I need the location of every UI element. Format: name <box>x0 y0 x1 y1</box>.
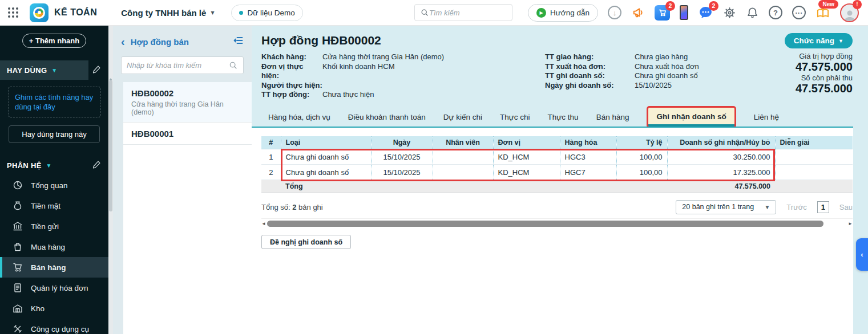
chat-badge: 2 <box>709 1 718 11</box>
contract-list-panel: ‹ Hợp đồng bán HĐB00002Cửa hàng thời tra… <box>113 26 252 334</box>
total-amount: 47.575.000 <box>667 180 775 193</box>
info-value: Khối kinh doanh HCM <box>322 62 394 81</box>
total-cell: Tổng <box>281 180 371 193</box>
sidebar-item-purchase[interactable]: Mua hàng <box>0 237 108 257</box>
column-header: Ngày <box>371 136 433 149</box>
table-row[interactable]: 1Chưa ghi doanh số15/10/2025KD_HCMHGC310… <box>261 149 853 165</box>
column-header: Nhân viên <box>433 136 493 149</box>
sales-icon <box>12 262 23 273</box>
cell: 100,00 <box>616 149 667 165</box>
chat-icon[interactable]: 2 <box>698 5 713 21</box>
cell <box>433 149 493 165</box>
tab-0[interactable]: Hàng hóa, dịch vụ <box>268 108 330 127</box>
scroll-track[interactable] <box>267 221 847 227</box>
app-grid-icon[interactable] <box>8 7 18 18</box>
notifications-bell-icon[interactable] <box>746 6 759 19</box>
purchase-icon <box>12 241 23 252</box>
column-header: Đơn vị <box>493 136 560 149</box>
mobile-app-icon[interactable] <box>680 5 688 20</box>
contract-info-right: TT giao hàng:Chưa giao hàngTT xuất hóa đ… <box>545 52 699 100</box>
favorite-page-button[interactable]: Hay dùng trang này <box>9 125 100 143</box>
pin-hint: Ghim các tính năng hay dùng tại đây <box>9 87 100 117</box>
sidebar-item-sales[interactable]: Bán hàng <box>0 257 108 278</box>
tab-1[interactable]: Điều khoản thanh toán <box>348 108 426 127</box>
total-cell <box>616 180 667 193</box>
sidebar-item-cash[interactable]: Tiền mặt <box>0 195 108 216</box>
tab-6[interactable]: Ghi nhận doanh số <box>648 108 734 127</box>
cell: HGC7 <box>560 165 616 180</box>
tab-7[interactable]: Liên hệ <box>754 108 779 127</box>
column-header: Doanh số ghi nhận/Hủy bỏ <box>667 136 775 149</box>
sidebar-item-label: Mua hàng <box>31 243 65 251</box>
cell: 1 <box>261 149 281 165</box>
expand-panel-tab[interactable]: ‹ <box>856 238 868 271</box>
page-size-select[interactable]: 20 bản ghi trên 1 trang ▼ <box>676 200 776 214</box>
sidebar-item-label: Kho <box>31 304 45 313</box>
list-search-input[interactable] <box>127 61 228 70</box>
megaphone-icon[interactable] <box>631 6 645 19</box>
guide-button[interactable]: ▶ Hướng dẫn <box>528 4 598 22</box>
contract-code: HĐB00002 <box>131 88 244 98</box>
download-icon[interactable]: ↓ <box>608 6 621 19</box>
sidebar-item-overview[interactable]: Tổng quan <box>0 175 108 195</box>
topbar: KẾ TOÁN Công ty TNHH bán lẻ ▾ Dữ liệu De… <box>0 0 868 26</box>
warehouse-icon <box>12 303 23 314</box>
sidebar-item-label: Tiền gửi <box>31 222 59 231</box>
total-value: 47.575.000 <box>796 60 853 74</box>
info-label: Đơn vị thực hiện: <box>261 62 322 81</box>
sidebar-item-bank[interactable]: Tiền gửi <box>0 216 108 237</box>
app-logo-icon[interactable] <box>30 3 49 22</box>
sidebar-item-tools[interactable]: Công cụ dụng cụ <box>0 319 108 334</box>
sidebar-item-label: Tổng quan <box>31 181 68 190</box>
tab-4[interactable]: Thực thu <box>548 108 579 127</box>
info-label: Khách hàng: <box>261 52 322 62</box>
actions-button[interactable]: Chức năng▼ <box>785 33 853 48</box>
table-row[interactable]: 2Chưa ghi doanh số15/10/2025KD_HCMHGC710… <box>261 165 853 180</box>
prev-page-button[interactable]: Trước <box>786 203 807 211</box>
scroll-thumb[interactable] <box>267 221 823 227</box>
more-options-icon[interactable]: ··· <box>792 6 806 19</box>
guide-book-icon[interactable]: New <box>815 5 830 20</box>
user-avatar[interactable]: ! <box>840 3 859 22</box>
edit-pencil-icon[interactable] <box>92 64 102 76</box>
modules-header[interactable]: PHÂN HỆ ▼ <box>0 156 108 175</box>
global-search-input[interactable] <box>429 9 503 17</box>
tab-3[interactable]: Thực chi <box>500 108 530 127</box>
store-badge: 2 <box>665 1 675 11</box>
caret-down-icon: ▼ <box>46 162 52 169</box>
cell: 15/10/2025 <box>371 149 433 165</box>
column-header: Tỷ lệ <box>616 136 667 149</box>
list-item[interactable]: HĐB00001 <box>123 123 252 145</box>
tab-5[interactable]: Bán hàng <box>596 108 629 127</box>
chevron-down-icon: ▾ <box>211 9 214 17</box>
back-chevron-icon[interactable]: ‹ <box>121 38 125 46</box>
contract-list: HĐB00002Cửa hàng thời trang Gia Hân (dem… <box>123 82 252 334</box>
next-page-button[interactable]: Sau <box>839 203 853 211</box>
quick-add-button[interactable]: + Thêm nhanh <box>22 34 86 48</box>
help-icon[interactable]: ? <box>769 6 782 19</box>
revenue-table: #LoạiNgàyNhân viênĐơn vịHàng hóaTỷ lệDoa… <box>261 136 853 194</box>
info-value: 15/10/2025 <box>635 81 672 91</box>
scroll-right-icon[interactable]: ► <box>847 221 853 226</box>
edit-pencil-icon[interactable] <box>92 160 102 172</box>
favorites-header[interactable]: HAY DÙNG ▼ <box>0 60 108 80</box>
store-app-icon[interactable]: 2 <box>655 5 670 21</box>
company-selector[interactable]: Công ty TNHH bán lẻ ▾ <box>121 8 214 18</box>
cell: 15/10/2025 <box>371 165 433 180</box>
propose-revenue-button[interactable]: Đề nghị ghi doanh số <box>261 235 351 249</box>
play-icon: ▶ <box>536 8 546 18</box>
current-page: 1 <box>817 201 829 213</box>
list-search <box>121 56 244 74</box>
tab-2[interactable]: Dự kiến chi <box>443 108 482 127</box>
list-item[interactable]: HĐB00002Cửa hàng thời trang Gia Hân (dem… <box>123 82 252 123</box>
scroll-left-icon[interactable]: ◄ <box>261 221 267 226</box>
collapse-panel-icon[interactable] <box>232 35 244 48</box>
list-panel-title[interactable]: Hợp đồng bán <box>131 37 189 47</box>
search-icon <box>420 8 429 17</box>
cell: KD_HCM <box>493 165 560 180</box>
sidebar-scrollbar[interactable] <box>108 26 113 334</box>
sidebar-item-invoice[interactable]: Quản lý hóa đơn <box>0 278 108 298</box>
sidebar-item-warehouse[interactable]: Kho <box>0 298 108 319</box>
settings-gear-icon[interactable] <box>723 6 736 19</box>
contract-info-left: Khách hàng:Cửa hàng thời trang Gia Hân (… <box>261 52 545 100</box>
